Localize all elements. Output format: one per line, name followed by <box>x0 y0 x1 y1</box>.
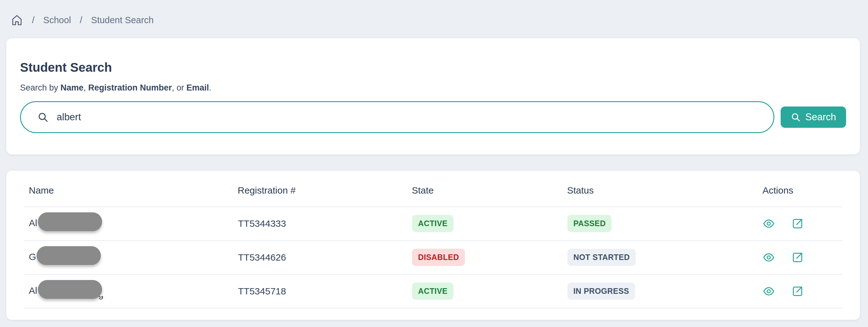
page-title: Student Search <box>20 60 846 75</box>
search-input-container <box>20 101 774 133</box>
home-icon[interactable] <box>11 14 23 26</box>
table-row: G TT5344626 DISABLED NOT STARTED <box>24 241 842 274</box>
search-icon <box>790 112 801 122</box>
results-table: Name Registration # State Status Actions… <box>24 171 842 308</box>
breadcrumb-separator: / <box>80 15 82 25</box>
eye-icon <box>763 285 775 297</box>
state-badge: DISABLED <box>412 249 465 266</box>
column-header-name: Name <box>24 171 238 207</box>
column-header-state: State <box>412 171 567 207</box>
status-badge: PASSED <box>567 215 612 232</box>
status-cell: IN PROGRESS <box>567 274 763 308</box>
search-row: Search <box>20 101 846 133</box>
open-student-button[interactable] <box>792 251 804 263</box>
breadcrumb: / School / Student Search <box>0 0 868 29</box>
actions-cell <box>763 207 842 241</box>
state-cell: DISABLED <box>412 241 567 274</box>
eye-icon <box>763 218 775 230</box>
table-header-row: Name Registration # State Status Actions <box>24 171 842 207</box>
search-icon <box>37 112 49 123</box>
breadcrumb-separator: / <box>32 15 34 25</box>
student-name-visible: Al <box>29 285 37 296</box>
student-search-card: Student Search Search by Name, Registrat… <box>6 38 860 154</box>
view-student-button[interactable] <box>763 251 775 263</box>
external-link-icon <box>792 218 804 230</box>
status-cell: NOT STARTED <box>567 241 763 274</box>
state-badge: ACTIVE <box>412 215 454 232</box>
external-link-icon <box>792 251 804 263</box>
actions-cell <box>763 274 842 308</box>
search-hint: Search by Name, Registration Number, or … <box>20 83 846 93</box>
open-student-button[interactable] <box>792 218 804 230</box>
column-header-status: Status <box>567 171 763 207</box>
search-button[interactable]: Search <box>781 107 846 128</box>
student-name-cell: Alg <box>24 274 238 308</box>
registration-number: TT5345718 <box>238 274 412 308</box>
view-student-button[interactable] <box>763 218 775 230</box>
student-name-cell: Al <box>24 207 238 241</box>
registration-number: TT5344333 <box>238 207 412 241</box>
search-input[interactable] <box>56 111 764 123</box>
column-header-actions: Actions <box>763 171 842 207</box>
name-redaction-blob <box>38 212 102 231</box>
table-row: Alg TT5345718 ACTIVE IN PROGRESS <box>24 274 842 308</box>
table-row: Al TT5344333 ACTIVE PASSED <box>24 207 842 241</box>
registration-number: TT5344626 <box>238 241 412 274</box>
state-cell: ACTIVE <box>412 274 567 308</box>
external-link-icon <box>792 285 804 297</box>
student-name-visible: G <box>29 251 36 262</box>
state-badge: ACTIVE <box>412 283 454 300</box>
breadcrumb-link-school[interactable]: School <box>43 15 71 25</box>
breadcrumb-link-student-search[interactable]: Student Search <box>91 15 154 25</box>
view-student-button[interactable] <box>763 285 775 297</box>
eye-icon <box>763 251 775 263</box>
search-results-card: Name Registration # State Status Actions… <box>6 171 860 320</box>
student-name-cell: G <box>24 241 238 274</box>
name-redaction-blob <box>38 280 102 299</box>
state-cell: ACTIVE <box>412 207 567 241</box>
status-badge: NOT STARTED <box>567 249 636 266</box>
status-badge: IN PROGRESS <box>567 283 635 300</box>
status-cell: PASSED <box>567 207 763 241</box>
student-name-visible: Al <box>29 218 37 228</box>
search-button-label: Search <box>805 112 836 123</box>
actions-cell <box>763 241 842 274</box>
name-redaction-blob <box>37 246 101 265</box>
column-header-registration: Registration # <box>238 171 412 207</box>
open-student-button[interactable] <box>792 285 804 297</box>
